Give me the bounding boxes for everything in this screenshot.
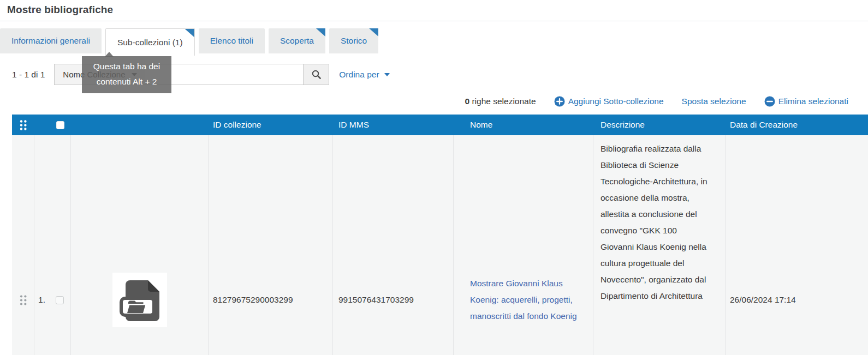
- tab-elenco-titoli[interactable]: Elenco titoli: [199, 28, 265, 53]
- header-data-creazione[interactable]: Data di Creazione: [726, 120, 868, 130]
- tab-label: Sub-collezioni (1): [117, 38, 183, 47]
- selected-count: 0: [465, 97, 470, 106]
- tab-label: Informazioni generali: [11, 36, 90, 46]
- tab-label: Elenco titoli: [210, 36, 253, 46]
- header-descrizione[interactable]: Descrizione: [593, 120, 726, 130]
- tab-content-badge-icon: [185, 29, 194, 37]
- tooltip-arrow: [105, 52, 114, 57]
- row-drag-handle[interactable]: [12, 135, 34, 355]
- table-row: 1. 81279675290003299 9915076431703299 Mo…: [12, 135, 868, 355]
- tab-content-badge-icon: [316, 28, 325, 37]
- grid-dots-icon: [19, 119, 28, 131]
- collection-thumbnail-icon: [112, 273, 167, 327]
- tab-content-badge-icon: [369, 28, 378, 37]
- select-all-checkbox[interactable]: [56, 121, 64, 129]
- tab-sub-collezioni[interactable]: Sub-collezioni (1): [105, 28, 195, 56]
- result-count: 1 - 1 di 1: [12, 70, 45, 80]
- selected-label: righe selezionate: [469, 97, 536, 106]
- table-header-row: ID collezione ID MMS Nome Descrizione Da…: [12, 115, 868, 135]
- header-nome[interactable]: Nome: [454, 120, 593, 130]
- collection-name-link[interactable]: Mostrare Giovanni Klaus Koenig: acquerel…: [470, 275, 586, 324]
- search-button[interactable]: [303, 64, 329, 85]
- tab-label: Storico: [341, 36, 367, 46]
- add-subcollection-label: Aggiungi Sotto-collezione: [568, 97, 664, 106]
- row-thumbnail-cell: [71, 135, 209, 355]
- chevron-down-icon: [384, 73, 390, 76]
- row-checkbox[interactable]: [56, 296, 64, 304]
- tab-bar: Informazioni generali Sub-collezioni (1)…: [0, 28, 868, 53]
- subcollections-table: ID collezione ID MMS Nome Descrizione Da…: [12, 115, 868, 355]
- cell-descrizione: Bibliografia realizzata dalla Biblioteca…: [601, 141, 711, 304]
- delete-selected-button[interactable]: Elimina selezionati: [764, 96, 848, 107]
- selected-rows-status: 0 righe selezionate: [465, 97, 536, 106]
- actions-row: 0 righe selezionate Aggiungi Sotto-colle…: [0, 96, 868, 107]
- header-id-mms[interactable]: ID MMS: [333, 120, 454, 130]
- minus-circle-icon: [764, 96, 775, 107]
- search-icon: [311, 69, 322, 80]
- tab-tooltip: Questa tab ha dei contenuti Alt + 2: [82, 56, 171, 93]
- tab-scoperta[interactable]: Scoperta: [269, 28, 325, 53]
- column-settings-cell[interactable]: [12, 119, 34, 131]
- move-selection-label: Sposta selezione: [682, 97, 746, 106]
- delete-selected-label: Elimina selezionati: [778, 97, 848, 106]
- tab-storico[interactable]: Storico: [329, 28, 378, 53]
- add-subcollection-button[interactable]: Aggiungi Sotto-collezione: [554, 96, 664, 107]
- plus-circle-icon: [554, 96, 565, 107]
- cell-data-creazione: 26/06/2024 17:14: [726, 135, 868, 355]
- cell-id-mms: 9915076431703299: [333, 135, 454, 355]
- page-title: Mostre bibliografiche: [7, 4, 868, 16]
- grid-dots-icon: [19, 294, 28, 306]
- page-header: Mostre bibliografiche: [0, 0, 868, 21]
- tab-label: Scoperta: [280, 36, 314, 46]
- cell-id-collezione: 81279675290003299: [209, 135, 333, 355]
- sort-by-dropdown[interactable]: Ordina per: [339, 70, 389, 80]
- header-id-collezione[interactable]: ID collezione: [209, 120, 333, 130]
- sort-by-label: Ordina per: [339, 70, 379, 80]
- row-number: 1.: [34, 135, 49, 355]
- tab-informazioni-generali[interactable]: Informazioni generali: [0, 28, 102, 53]
- move-selection-button[interactable]: Sposta selezione: [682, 97, 746, 106]
